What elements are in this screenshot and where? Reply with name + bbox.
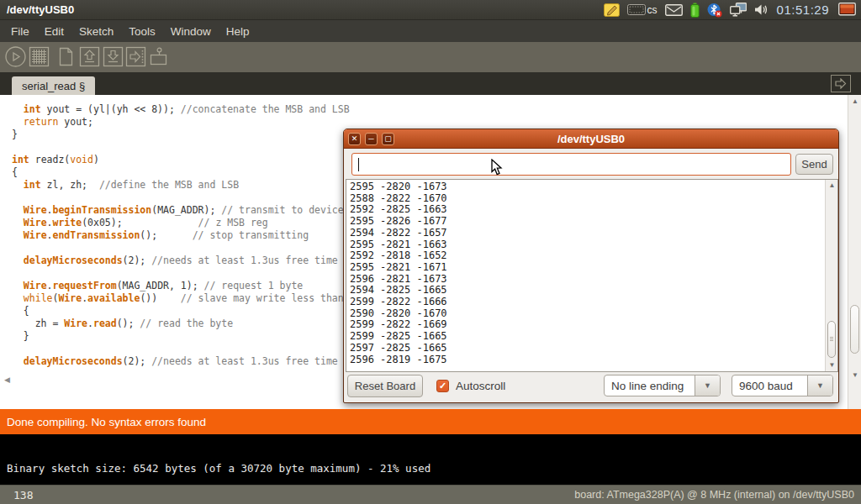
serial-monitor-titlebar[interactable]: /dev/ttyUSB0 ✕ ─ ▢ bbox=[344, 129, 838, 149]
note-icon[interactable] bbox=[604, 3, 620, 17]
serial-line: 2592 -2825 -1663 bbox=[350, 204, 447, 216]
serial-line: 2595 -2820 -1673 bbox=[350, 181, 447, 193]
tab-menu-button[interactable] bbox=[831, 75, 851, 92]
cursor-line-number: 138 bbox=[0, 489, 33, 501]
menu-window[interactable]: Window bbox=[163, 23, 219, 40]
serial-line: 2595 -2826 -1677 bbox=[350, 216, 447, 228]
stop-icon-dots bbox=[32, 50, 46, 64]
new-sketch-button[interactable] bbox=[55, 46, 77, 67]
hscroll-left-icon[interactable]: ◀ bbox=[4, 375, 10, 384]
battery-icon[interactable] bbox=[690, 3, 700, 18]
serial-line: 2597 -2825 -1665 bbox=[350, 343, 447, 354]
serial-line: 2590 -2820 -1670 bbox=[350, 308, 447, 320]
top-panel: /dev/ttyUSB0 cs 01:5 bbox=[0, 0, 861, 20]
menu-tools[interactable]: Tools bbox=[121, 23, 163, 40]
bluetooth-disabled-icon[interactable] bbox=[707, 3, 722, 18]
console-message: Binary sketch size: 6542 bytes (of a 307… bbox=[7, 462, 430, 475]
editor-scrollbar-thumb[interactable] bbox=[850, 305, 859, 354]
menu-bar: FileEditSketchToolsWindowHelp bbox=[0, 21, 861, 42]
serial-line: 2596 -2821 -1673 bbox=[350, 274, 447, 286]
status-footer: 138 board: ATmega328P(A) @ 8 MHz (intern… bbox=[0, 485, 861, 504]
menu-file[interactable]: File bbox=[3, 23, 37, 40]
dropdown-arrow-icon[interactable]: ▼ bbox=[695, 375, 720, 396]
serial-line: 2594 -2825 -1665 bbox=[350, 285, 447, 297]
serial-line: 2595 -2821 -1663 bbox=[350, 239, 447, 251]
keyboard-indicator-icon[interactable]: cs bbox=[627, 4, 658, 16]
arrow-right-box-icon bbox=[835, 78, 847, 89]
serial-monitor-title: /dev/ttyUSB0 bbox=[344, 133, 838, 145]
scroll-down-icon[interactable]: ▼ bbox=[826, 361, 838, 369]
scrollbar-grip bbox=[830, 337, 833, 342]
editor-scrollbar[interactable]: ▲ ▼ bbox=[848, 95, 861, 409]
stop-button[interactable] bbox=[29, 46, 50, 67]
line-ending-value: No line ending bbox=[605, 375, 695, 396]
tab-strip: serial_read § bbox=[0, 72, 861, 95]
save-sketch-button[interactable] bbox=[103, 46, 124, 67]
menu-sketch[interactable]: Sketch bbox=[71, 23, 121, 40]
scroll-up-icon[interactable]: ▲ bbox=[826, 181, 838, 189]
code-line: return yout; bbox=[12, 116, 846, 129]
desktop: /dev/ttyUSB0 cs 01:5 bbox=[0, 0, 861, 504]
menu-edit[interactable]: Edit bbox=[37, 23, 71, 40]
verify-button[interactable] bbox=[5, 46, 26, 67]
serial-line: 2592 -2818 -1652 bbox=[350, 250, 447, 262]
upload-button[interactable] bbox=[125, 46, 146, 67]
serial-output: 2595 -2820 -16732588 -2822 -16702592 -28… bbox=[350, 181, 447, 365]
autoscroll-label: Autoscroll bbox=[456, 380, 505, 392]
text-caret bbox=[358, 158, 359, 171]
close-button[interactable]: ✕ bbox=[348, 133, 361, 145]
volume-icon[interactable] bbox=[754, 3, 768, 16]
open-sketch-button[interactable] bbox=[79, 46, 100, 67]
keyboard-layout-label: cs bbox=[647, 4, 658, 16]
baud-rate-value: 9600 baud bbox=[732, 375, 807, 396]
autoscroll-checkbox[interactable]: ✓ bbox=[436, 380, 449, 392]
reset-board-label: Reset Board bbox=[355, 380, 415, 392]
serial-scrollbar-thumb[interactable] bbox=[827, 321, 836, 358]
baud-rate-dropdown[interactable]: 9600 baud ▼ bbox=[732, 375, 833, 396]
network-icon[interactable] bbox=[730, 3, 747, 17]
scroll-down-icon[interactable]: ▼ bbox=[848, 371, 861, 379]
code-line: int yout = (yl|(yh << 8)); //concatenate… bbox=[12, 103, 846, 116]
serial-output-area[interactable]: 2595 -2820 -16732588 -2822 -16702592 -28… bbox=[346, 179, 838, 372]
toolbar bbox=[0, 42, 861, 72]
serial-line: 2594 -2822 -1657 bbox=[350, 228, 447, 239]
tab-label: serial_read § bbox=[22, 80, 85, 92]
compile-status-message: Done compiling. No syntax errors found bbox=[0, 416, 206, 428]
minimize-button[interactable]: ─ bbox=[365, 133, 378, 145]
serial-monitor-window: /dev/ttyUSB0 ✕ ─ ▢ Send 2595 -2820 -1673… bbox=[343, 129, 839, 403]
serial-line: 2596 -2819 -1675 bbox=[350, 354, 447, 366]
board-info: board: ATmega328P(A) @ 8 MHz (internal) … bbox=[574, 489, 861, 501]
scroll-up-icon[interactable]: ▲ bbox=[848, 97, 861, 105]
mail-icon[interactable] bbox=[665, 4, 683, 16]
system-tray: cs 01:51:29 bbox=[604, 0, 861, 20]
console-output: Binary sketch size: 6542 bytes (of a 307… bbox=[0, 434, 861, 485]
clock[interactable]: 01:51:29 bbox=[775, 3, 831, 17]
tab-serial-read[interactable]: serial_read § bbox=[12, 76, 95, 95]
send-button[interactable]: Send bbox=[795, 154, 833, 175]
serial-monitor-button[interactable] bbox=[148, 46, 169, 67]
serial-line: 2599 -2822 -1669 bbox=[350, 319, 447, 331]
reset-board-button[interactable]: Reset Board bbox=[347, 375, 423, 397]
active-window-title: /dev/ttyUSB0 bbox=[0, 3, 74, 16]
serial-monitor-controls: Reset Board ✓ Autoscroll No line ending … bbox=[344, 374, 838, 399]
compile-status-bar: Done compiling. No syntax errors found bbox=[0, 409, 861, 434]
mouse-cursor bbox=[491, 159, 504, 179]
dropdown-arrow-icon[interactable]: ▼ bbox=[807, 375, 832, 396]
send-button-label: Send bbox=[801, 158, 827, 171]
menu-help[interactable]: Help bbox=[219, 23, 257, 40]
serial-scrollbar[interactable]: ▲ ▼ bbox=[825, 180, 837, 371]
serial-input-field[interactable] bbox=[351, 153, 791, 176]
serial-line: 2588 -2822 -1670 bbox=[350, 193, 447, 205]
session-icon[interactable] bbox=[838, 3, 856, 17]
serial-line: 2599 -2822 -1666 bbox=[350, 297, 447, 308]
serial-line: 2599 -2825 -1665 bbox=[350, 331, 447, 343]
maximize-button[interactable]: ▢ bbox=[382, 133, 394, 145]
line-ending-dropdown[interactable]: No line ending ▼ bbox=[604, 375, 721, 396]
serial-line: 2595 -2821 -1671 bbox=[350, 262, 447, 274]
